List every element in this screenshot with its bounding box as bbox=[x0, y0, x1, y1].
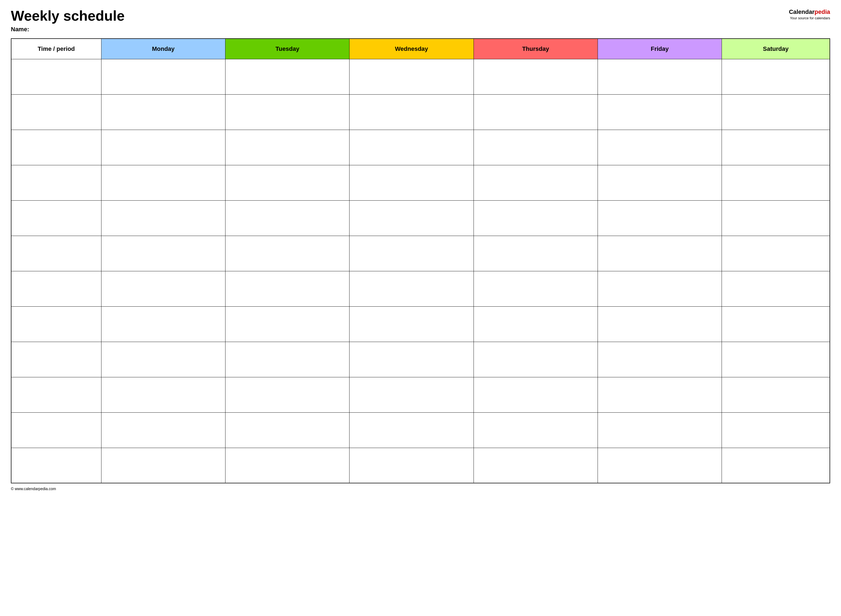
col-header-time: Time / period bbox=[11, 39, 101, 59]
cell-saturday[interactable] bbox=[722, 94, 830, 130]
cell-thursday[interactable] bbox=[473, 94, 598, 130]
cell-friday[interactable] bbox=[598, 200, 722, 236]
cell-wednesday[interactable] bbox=[350, 377, 473, 412]
cell-wednesday[interactable] bbox=[350, 236, 473, 271]
time-cell[interactable] bbox=[11, 342, 101, 377]
page-title: Weekly schedule bbox=[11, 8, 783, 23]
cell-thursday[interactable] bbox=[473, 412, 598, 448]
cell-monday[interactable] bbox=[101, 130, 225, 165]
cell-saturday[interactable] bbox=[722, 59, 830, 94]
col-header-tuesday: Tuesday bbox=[225, 39, 349, 59]
cell-thursday[interactable] bbox=[473, 271, 598, 307]
cell-wednesday[interactable] bbox=[350, 412, 473, 448]
cell-monday[interactable] bbox=[101, 94, 225, 130]
cell-friday[interactable] bbox=[598, 342, 722, 377]
cell-monday[interactable] bbox=[101, 342, 225, 377]
cell-tuesday[interactable] bbox=[225, 307, 349, 342]
cell-friday[interactable] bbox=[598, 165, 722, 200]
logo-section: Calendarpedia Your source for calendars bbox=[789, 8, 830, 20]
cell-saturday[interactable] bbox=[722, 412, 830, 448]
cell-saturday[interactable] bbox=[722, 377, 830, 412]
cell-thursday[interactable] bbox=[473, 236, 598, 271]
cell-thursday[interactable] bbox=[473, 448, 598, 483]
time-cell[interactable] bbox=[11, 130, 101, 165]
cell-thursday[interactable] bbox=[473, 59, 598, 94]
cell-wednesday[interactable] bbox=[350, 200, 473, 236]
schedule-body bbox=[11, 59, 830, 483]
cell-tuesday[interactable] bbox=[225, 200, 349, 236]
cell-friday[interactable] bbox=[598, 377, 722, 412]
cell-friday[interactable] bbox=[598, 59, 722, 94]
cell-friday[interactable] bbox=[598, 307, 722, 342]
cell-wednesday[interactable] bbox=[350, 130, 473, 165]
cell-friday[interactable] bbox=[598, 236, 722, 271]
cell-tuesday[interactable] bbox=[225, 59, 349, 94]
table-row bbox=[11, 59, 830, 94]
cell-tuesday[interactable] bbox=[225, 448, 349, 483]
cell-monday[interactable] bbox=[101, 200, 225, 236]
cell-friday[interactable] bbox=[598, 271, 722, 307]
cell-monday[interactable] bbox=[101, 412, 225, 448]
cell-friday[interactable] bbox=[598, 448, 722, 483]
cell-saturday[interactable] bbox=[722, 236, 830, 271]
cell-wednesday[interactable] bbox=[350, 59, 473, 94]
cell-saturday[interactable] bbox=[722, 271, 830, 307]
cell-tuesday[interactable] bbox=[225, 377, 349, 412]
time-cell[interactable] bbox=[11, 412, 101, 448]
cell-thursday[interactable] bbox=[473, 165, 598, 200]
cell-monday[interactable] bbox=[101, 271, 225, 307]
cell-saturday[interactable] bbox=[722, 307, 830, 342]
cell-wednesday[interactable] bbox=[350, 342, 473, 377]
time-cell[interactable] bbox=[11, 59, 101, 94]
cell-thursday[interactable] bbox=[473, 200, 598, 236]
col-header-monday: Monday bbox=[101, 39, 225, 59]
cell-wednesday[interactable] bbox=[350, 94, 473, 130]
cell-monday[interactable] bbox=[101, 377, 225, 412]
time-cell[interactable] bbox=[11, 377, 101, 412]
cell-saturday[interactable] bbox=[722, 200, 830, 236]
time-cell[interactable] bbox=[11, 236, 101, 271]
cell-saturday[interactable] bbox=[722, 130, 830, 165]
table-row bbox=[11, 377, 830, 412]
cell-tuesday[interactable] bbox=[225, 342, 349, 377]
cell-monday[interactable] bbox=[101, 236, 225, 271]
table-row bbox=[11, 342, 830, 377]
cell-wednesday[interactable] bbox=[350, 165, 473, 200]
time-cell[interactable] bbox=[11, 165, 101, 200]
time-cell[interactable] bbox=[11, 448, 101, 483]
logo-tagline: Your source for calendars bbox=[789, 16, 830, 20]
cell-wednesday[interactable] bbox=[350, 271, 473, 307]
logo-calendar: Calendar bbox=[789, 9, 815, 15]
cell-monday[interactable] bbox=[101, 307, 225, 342]
cell-monday[interactable] bbox=[101, 165, 225, 200]
cell-thursday[interactable] bbox=[473, 130, 598, 165]
schedule-table: Time / period Monday Tuesday Wednesday T… bbox=[11, 38, 830, 483]
cell-monday[interactable] bbox=[101, 59, 225, 94]
cell-saturday[interactable] bbox=[722, 165, 830, 200]
cell-tuesday[interactable] bbox=[225, 94, 349, 130]
time-cell[interactable] bbox=[11, 307, 101, 342]
cell-tuesday[interactable] bbox=[225, 236, 349, 271]
cell-tuesday[interactable] bbox=[225, 165, 349, 200]
cell-thursday[interactable] bbox=[473, 342, 598, 377]
table-row bbox=[11, 271, 830, 307]
cell-saturday[interactable] bbox=[722, 342, 830, 377]
cell-wednesday[interactable] bbox=[350, 307, 473, 342]
cell-wednesday[interactable] bbox=[350, 448, 473, 483]
table-row bbox=[11, 307, 830, 342]
cell-friday[interactable] bbox=[598, 94, 722, 130]
cell-friday[interactable] bbox=[598, 412, 722, 448]
cell-tuesday[interactable] bbox=[225, 271, 349, 307]
cell-tuesday[interactable] bbox=[225, 412, 349, 448]
logo-pedia: pedia bbox=[815, 9, 830, 15]
cell-thursday[interactable] bbox=[473, 377, 598, 412]
cell-friday[interactable] bbox=[598, 130, 722, 165]
time-cell[interactable] bbox=[11, 200, 101, 236]
cell-saturday[interactable] bbox=[722, 448, 830, 483]
time-cell[interactable] bbox=[11, 94, 101, 130]
title-section: Weekly schedule Name: bbox=[11, 8, 783, 33]
time-cell[interactable] bbox=[11, 271, 101, 307]
cell-tuesday[interactable] bbox=[225, 130, 349, 165]
cell-monday[interactable] bbox=[101, 448, 225, 483]
cell-thursday[interactable] bbox=[473, 307, 598, 342]
